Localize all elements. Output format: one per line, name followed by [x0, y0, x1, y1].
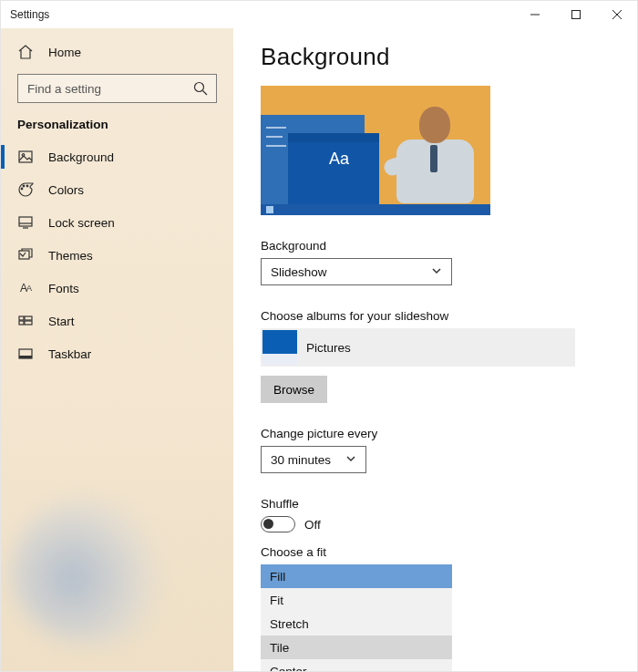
fit-option-label: Fit — [270, 594, 283, 607]
shuffle-toggle[interactable] — [261, 516, 295, 532]
svg-rect-17 — [19, 321, 24, 325]
sidebar-item-label: Lock screen — [48, 216, 115, 230]
fit-option-label: Center — [270, 665, 307, 672]
fonts-icon: AA — [17, 280, 34, 296]
svg-rect-16 — [25, 316, 32, 320]
preview-window-front — [288, 133, 379, 215]
svg-rect-20 — [19, 356, 32, 358]
sidebar-item-start[interactable]: Start — [1, 305, 233, 337]
start-icon — [17, 313, 34, 329]
search-input[interactable] — [26, 81, 192, 97]
themes-icon — [17, 247, 34, 264]
svg-point-10 — [26, 185, 28, 187]
minimize-button[interactable] — [514, 1, 555, 28]
maximize-button[interactable] — [555, 1, 596, 28]
nav-home[interactable]: Home — [1, 36, 233, 68]
sidebar-item-themes[interactable]: Themes — [1, 239, 233, 272]
lock-screen-icon — [17, 214, 34, 231]
sidebar-item-taskbar[interactable]: Taskbar — [1, 337, 233, 370]
titlebar: Settings — [1, 1, 637, 28]
fit-option-label: Fill — [270, 570, 285, 584]
fit-dropdown-list: Fill Fit Stretch Tile Center Span — [261, 564, 452, 671]
home-icon — [17, 44, 34, 60]
window-title: Settings — [1, 8, 49, 21]
sidebar-item-label: Background — [48, 150, 114, 164]
svg-rect-18 — [25, 321, 32, 325]
preview-person-graphic — [387, 99, 474, 204]
settings-window: { "titlebar": { "title": "Settings" }, "… — [0, 0, 638, 672]
background-dropdown-label: Background — [261, 239, 610, 253]
svg-rect-11 — [19, 217, 32, 226]
sidebar-item-fonts[interactable]: AA Fonts — [1, 272, 233, 305]
svg-line-5 — [203, 91, 208, 96]
sidebar-item-label: Themes — [48, 249, 93, 263]
album-thumbnail-icon — [262, 330, 297, 365]
preview-rule — [266, 136, 283, 138]
fit-option-center[interactable]: Center — [261, 659, 452, 671]
nav-home-label: Home — [48, 46, 81, 59]
album-row[interactable]: Pictures — [261, 328, 575, 367]
shuffle-value: Off — [304, 518, 321, 532]
svg-point-4 — [195, 83, 204, 92]
svg-point-8 — [21, 188, 23, 190]
fit-option-label: Tile — [270, 641, 289, 655]
browse-button[interactable]: Browse — [261, 376, 327, 403]
chevron-down-icon — [431, 265, 442, 279]
page-title: Background — [261, 43, 610, 71]
palette-icon — [17, 181, 34, 198]
search-container — [1, 68, 233, 110]
fit-option-stretch[interactable]: Stretch — [261, 612, 452, 636]
acrylic-blur-decoration — [10, 498, 165, 644]
preview-taskbar — [261, 204, 490, 215]
fit-label: Choose a fit — [261, 545, 610, 559]
minimize-icon — [530, 10, 540, 19]
sidebar-item-label: Taskbar — [48, 347, 91, 361]
interval-label: Change picture every — [261, 427, 610, 440]
search-icon — [192, 80, 209, 97]
chevron-down-icon — [345, 453, 356, 467]
svg-rect-6 — [19, 151, 32, 162]
sidebar-item-lock-screen[interactable]: Lock screen — [1, 206, 233, 239]
background-dropdown[interactable]: Slideshow — [261, 258, 452, 285]
maximize-icon — [571, 10, 581, 19]
shuffle-label: Shuffle — [261, 497, 610, 511]
svg-rect-1 — [571, 11, 580, 19]
picture-icon — [17, 149, 34, 165]
sidebar-item-colors[interactable]: Colors — [1, 173, 233, 206]
taskbar-icon — [17, 346, 34, 362]
sidebar-item-label: Fonts — [48, 282, 79, 295]
background-preview: Aa — [261, 86, 490, 215]
fit-option-label: Stretch — [270, 617, 309, 631]
window-controls — [514, 1, 637, 28]
preview-sample-text: Aa — [329, 150, 349, 169]
sidebar-item-label: Colors — [48, 183, 84, 197]
window-body: Home Personalization Background — [1, 28, 637, 671]
fit-option-fill[interactable]: Fill — [261, 564, 452, 588]
search-input-box[interactable] — [17, 74, 217, 103]
close-icon — [612, 10, 622, 19]
svg-rect-15 — [19, 316, 24, 320]
sidebar: Home Personalization Background — [1, 28, 233, 671]
sidebar-section-title: Personalization — [1, 110, 233, 140]
interval-value: 30 minutes — [271, 453, 331, 467]
album-label: Choose albums for your slideshow — [261, 309, 610, 323]
main-content: Background Aa Background Slideshow Choos… — [233, 28, 637, 671]
fit-option-fit[interactable]: Fit — [261, 588, 452, 612]
fit-option-tile[interactable]: Tile — [261, 636, 452, 659]
background-dropdown-value: Slideshow — [271, 265, 327, 279]
interval-dropdown[interactable]: 30 minutes — [261, 446, 366, 473]
close-button[interactable] — [596, 1, 637, 28]
album-name: Pictures — [306, 341, 351, 355]
sidebar-item-label: Start — [48, 315, 75, 328]
sidebar-item-background[interactable]: Background — [1, 140, 233, 173]
preview-rule — [266, 127, 286, 129]
preview-rule — [266, 145, 286, 147]
svg-point-9 — [23, 185, 25, 187]
